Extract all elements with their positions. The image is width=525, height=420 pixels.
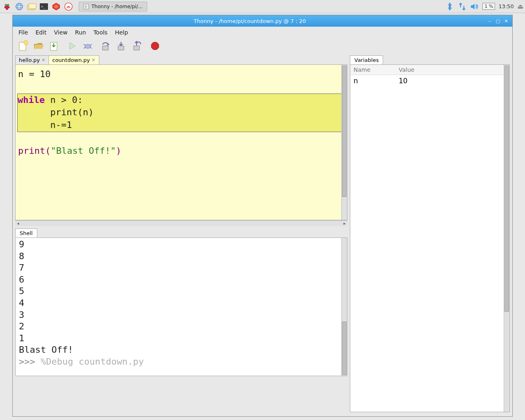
shell-line: 5 [19, 286, 24, 296]
tab-countdown-label: countdown.py [52, 57, 90, 63]
menu-edit[interactable]: Edit [32, 28, 50, 37]
svg-marker-30 [151, 42, 159, 50]
battery-indicator[interactable]: 1 % [482, 3, 495, 10]
variables-header-value[interactable]: Value [395, 65, 418, 75]
maximize-button[interactable]: ▢ [495, 18, 501, 24]
volume-icon[interactable] [470, 2, 479, 11]
scroll-right-icon[interactable]: ▸ [342, 221, 347, 226]
editor-tabstrip: hello.py ✕ countdown.py ✕ [15, 55, 347, 64]
shell-line: 3 [19, 310, 24, 320]
shell-prompt: >>> [19, 356, 41, 367]
shell-line: 2 [19, 321, 24, 331]
menu-view[interactable]: View [51, 28, 71, 37]
menu-help[interactable]: Help [112, 28, 131, 37]
wolfram-icon[interactable] [63, 1, 74, 12]
shell-line: 7 [19, 262, 24, 273]
terminal-icon[interactable]: >_ [39, 1, 49, 12]
taskbar-app-thonny[interactable]: T Thonny - /home/pi/... [79, 2, 147, 11]
tab-shell[interactable]: Shell [15, 228, 37, 237]
code-editor[interactable]: n = 10 while n > 0: print(n) n-=1 print(… [16, 65, 341, 220]
web-browser-icon[interactable] [14, 1, 25, 12]
step-into-button[interactable] [115, 40, 128, 52]
shell-line: 8 [19, 251, 24, 261]
tab-hello[interactable]: hello.py ✕ [15, 55, 49, 64]
tab-countdown[interactable]: countdown.py ✕ [48, 55, 99, 64]
debug-highlight-block: while n > 0: print(n) n-=1 [17, 94, 341, 132]
svg-rect-10 [29, 4, 36, 9]
menu-tools[interactable]: Tools [90, 28, 111, 37]
shell-command: %Debug countdown.py [41, 356, 144, 367]
svg-point-22 [85, 44, 91, 48]
variables-header: Name Value [350, 65, 504, 75]
menu-run[interactable]: Run [72, 28, 89, 37]
toolbar [13, 38, 512, 55]
tab-hello-label: hello.py [19, 57, 40, 63]
bluetooth-icon[interactable] [445, 2, 454, 11]
shell-vscrollbar[interactable] [341, 238, 347, 376]
svg-point-5 [6, 7, 8, 10]
svg-rect-29 [134, 46, 139, 50]
svg-point-4 [6, 5, 8, 8]
open-file-button[interactable] [32, 40, 45, 52]
shell-line: 4 [19, 298, 24, 308]
svg-marker-21 [70, 43, 75, 49]
new-file-button[interactable] [17, 40, 29, 52]
save-button[interactable] [48, 40, 60, 52]
variable-name: n [354, 77, 399, 85]
shell-line: Blast Off! [19, 345, 73, 355]
minimize-button[interactable]: – [487, 18, 493, 24]
taskbar-app-label: Thonny - /home/pi/... [91, 4, 143, 9]
svg-text:>_: >_ [41, 5, 46, 9]
variables-header-name[interactable]: Name [350, 65, 395, 75]
editor-hscrollbar[interactable]: ◂ ▸ [15, 220, 347, 226]
svg-point-19 [24, 41, 28, 45]
network-icon[interactable] [458, 2, 467, 11]
svg-point-8 [18, 3, 21, 10]
menu-bar: File Edit View Run Tools Help [13, 27, 512, 38]
titlebar[interactable]: Thonny - /home/pi/countdown.py @ 7 : 20 … [13, 15, 512, 27]
taskbar-launchers: >_ T Thonny - /home/pi/... [2, 1, 147, 12]
variable-value: 10 [399, 77, 408, 85]
system-tray: 1 % 13:50 ⏏ [445, 2, 523, 11]
stop-button[interactable] [149, 40, 161, 52]
clock[interactable]: 13:50 [498, 3, 514, 9]
eject-icon[interactable]: ⏏ [517, 2, 523, 10]
debug-button[interactable] [82, 40, 94, 52]
shell-output[interactable]: 9 8 7 6 5 4 3 2 1 Blast Off! >>> %Debug … [16, 238, 341, 376]
run-button[interactable] [66, 40, 78, 52]
step-over-button[interactable] [100, 40, 112, 52]
shell-line: 1 [19, 333, 24, 343]
close-icon[interactable]: ✕ [91, 57, 95, 63]
tab-variables[interactable]: Variables [350, 55, 383, 64]
raspberry-menu-icon[interactable] [2, 1, 12, 12]
svg-text:T: T [85, 5, 87, 9]
menu-file[interactable]: File [15, 28, 31, 37]
scroll-left-icon[interactable]: ◂ [15, 221, 21, 226]
editor-vscrollbar[interactable] [341, 65, 347, 220]
variables-row[interactable]: n 10 [350, 75, 504, 87]
file-manager-icon[interactable] [26, 1, 37, 12]
shell-line: 9 [19, 239, 24, 249]
variables-vscrollbar[interactable] [504, 65, 509, 412]
step-out-button[interactable] [131, 40, 143, 52]
close-button[interactable]: ✕ [503, 18, 509, 24]
thonny-window: Thonny - /home/pi/countdown.py @ 7 : 20 … [12, 15, 513, 417]
mathematica-icon[interactable] [51, 1, 62, 12]
svg-rect-28 [118, 46, 124, 50]
svg-rect-27 [103, 46, 108, 50]
os-taskbar: >_ T Thonny - /home/pi/... 1 % 13:50 ⏏ [0, 0, 525, 13]
svg-point-7 [16, 5, 23, 8]
shell-line: 6 [19, 274, 24, 285]
window-title: Thonny - /home/pi/countdown.py @ 7 : 20 [13, 18, 487, 24]
svg-point-6 [16, 3, 23, 10]
close-icon[interactable]: ✕ [41, 57, 45, 63]
